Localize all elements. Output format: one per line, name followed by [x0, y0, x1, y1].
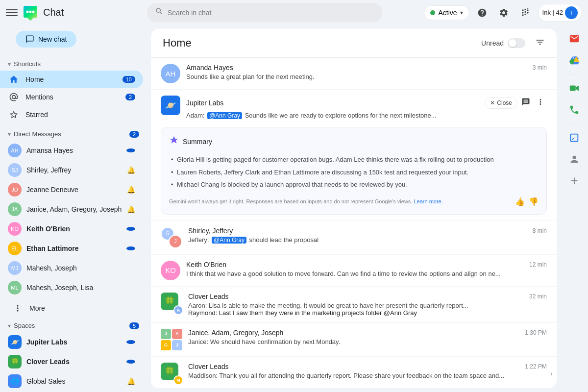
direct-messages-section: ▾ Direct Messages 2 AH Amansa Hayes SJ S…	[0, 125, 147, 299]
summary-bullets: Gloria Hill is getting paged for custome…	[169, 153, 539, 191]
mahesh-lisa-avatar: ML	[8, 281, 22, 294]
apps-button[interactable]	[516, 4, 534, 22]
preview-prefix: Adam:	[186, 112, 206, 119]
sidebar-item-global-sales[interactable]: 🌐 Global Sales 🔔	[0, 371, 143, 391]
summary-footer: Gemini won't always get it right. Respon…	[169, 197, 539, 206]
thumbs-down-button[interactable]: 👎	[529, 197, 539, 206]
message-item-shirley-jeffery[interactable]: S J Shirley, Jeffery 8 min Jeffery: @Ann…	[151, 221, 557, 255]
mention-tag: @Ann Gray	[207, 112, 242, 119]
drive-toolbar-icon[interactable]	[564, 50, 584, 70]
sidebar-item-mentions[interactable]: Mentions 2	[0, 88, 143, 106]
plus-toolbar-icon[interactable]	[564, 171, 584, 191]
shortcuts-header[interactable]: ▾ Shortcuts	[0, 57, 147, 71]
spaces-badge: 5	[129, 322, 139, 329]
keith-msg-avatar: KO	[161, 261, 180, 280]
summary-title: Summary	[183, 138, 212, 146]
more-label: More	[29, 304, 135, 312]
chevron-down-icon: ▾	[460, 9, 463, 16]
sidebar-item-mahesh-joseph[interactable]: MJ Mahesh, Joseph	[0, 258, 143, 278]
message-item-jupiter-labs[interactable]: 🪐 Jupiter Labs ✕ Close	[151, 90, 557, 125]
starred-icon	[8, 109, 20, 121]
phone-toolbar-icon[interactable]	[564, 100, 584, 120]
ethan-avatar: EL	[8, 242, 22, 255]
thumbs-up-button[interactable]: 👍	[515, 197, 525, 206]
mentions-label: Mentions	[25, 93, 125, 101]
direct-messages-header[interactable]: ▾ Direct Messages 2	[0, 127, 147, 141]
message-preview-bold: Raymond: Last I saw them they were in th…	[188, 309, 547, 317]
janice-group-avatar: J A G J	[161, 329, 182, 350]
toggle-knob	[509, 39, 516, 47]
message-sender: Janice, Adam, Gregory, Joseph	[188, 329, 283, 337]
message-item-keith-obrien[interactable]: KO Keith O'Brien 12 min I think that we …	[151, 255, 557, 287]
page-title: Home	[163, 37, 481, 49]
message-time: 1:30 PM	[525, 329, 547, 336]
tasks-toolbar-icon[interactable]	[564, 128, 584, 147]
message-top: Keith O'Brien 12 min	[186, 261, 547, 269]
message-item-clover-leads-1[interactable]: 🍀 A Clover Leads 32 min Aaron: Lisa is a…	[151, 287, 557, 323]
clover-leads-unread	[126, 360, 135, 364]
preview-suffix: Sounds like we are ready to explore opti…	[245, 112, 437, 119]
app-title: Chat	[43, 7, 64, 18]
sidebar-item-home[interactable]: Home 10	[0, 71, 143, 88]
shortcuts-label: Shortcuts	[14, 60, 41, 68]
message-time: 12 min	[529, 261, 547, 268]
amansa-label: Amansa Hayes	[26, 147, 126, 154]
close-icon: ✕	[490, 99, 495, 106]
more-options-button[interactable]	[534, 96, 547, 110]
message-item-clover-leads-2[interactable]: 🍀 M Clover Leads 1:22 PM Maddison: Thank…	[151, 357, 557, 389]
main-header: Home Unread	[151, 29, 557, 58]
clover-leads-msg-avatar: 🍀 A	[161, 293, 182, 314]
search-input[interactable]	[168, 9, 374, 17]
message-sender: Clover Leads	[188, 293, 229, 300]
summary-header: Summary	[169, 135, 539, 147]
new-chat-button[interactable]: New chat	[16, 31, 76, 48]
message-preview: Sounds like a great plan for the next me…	[186, 73, 547, 80]
sidebar-item-clover-leads[interactable]: 🍀 Clover Leads	[0, 352, 143, 371]
message-content: Janice, Adam, Gregory, Joseph 1:30 PM Ja…	[188, 329, 547, 345]
spaces-header[interactable]: ▾ Spaces 5	[0, 319, 147, 332]
message-content: Clover Leads 1:22 PM Maddison: Thank you…	[188, 363, 547, 379]
sidebar-item-jeanne[interactable]: JD Jeanne Deneuve 🔔	[0, 180, 143, 199]
sidebar-item-ethan[interactable]: EL Ethan Lattimore	[0, 239, 143, 258]
message-preview: Maddison: Thank you all for attending th…	[188, 372, 547, 379]
menu-button[interactable]	[6, 7, 18, 19]
home-icon	[8, 74, 20, 85]
sidebar-item-mahesh-joseph-lisa[interactable]: ML Mahesh, Joseph, Lisa	[0, 278, 143, 297]
message-time: 1:22 PM	[525, 363, 547, 370]
sidebar-item-janice-group[interactable]: JA Janice, Adam, Gregory, Joseph 🔔	[0, 199, 143, 219]
svg-point-3	[32, 10, 35, 13]
summary-disclaimer: Gemini won't always get it right. Respon…	[169, 198, 443, 204]
close-button[interactable]: ✕ Close	[485, 97, 517, 109]
shirley-label: Shirley, Jeffrey	[26, 166, 127, 174]
unread-toggle[interactable]	[508, 38, 525, 48]
janice-avatar: JA	[8, 202, 22, 216]
bell-icon: 🔔	[127, 166, 135, 174]
jupiter-labs-icon: 🪐	[8, 335, 22, 349]
settings-button[interactable]	[495, 4, 513, 22]
filter-icon[interactable]	[535, 37, 545, 49]
sidebar-item-jupiter-labs[interactable]: 🪐 Jupiter Labs	[0, 332, 143, 352]
mentions-badge: 2	[125, 94, 135, 100]
message-item-janice-group[interactable]: J A G J Janice, Adam, Gregory, Joseph 1:…	[151, 323, 557, 357]
message-top: Shirley, Jeffery 8 min	[188, 227, 547, 235]
message-preview: Aaron: Lisa is able to make the meeting.…	[188, 302, 547, 309]
bell-icon: 🔔	[127, 377, 135, 385]
chat-icon-button[interactable]	[519, 96, 532, 110]
janice-label: Janice, Adam, Gregory, Joseph	[26, 205, 127, 213]
mahesh-label: Mahesh, Joseph	[26, 264, 135, 272]
svg-point-2	[29, 10, 32, 13]
user-profile-button[interactable]: Ink | 42 I	[538, 4, 582, 22]
learn-more-link[interactable]: Learn more.	[414, 198, 442, 204]
gmail-toolbar-icon[interactable]	[564, 29, 584, 49]
contacts-toolbar-icon[interactable]	[564, 149, 584, 169]
meet-toolbar-icon[interactable]	[564, 78, 584, 98]
sidebar-item-shirley-jeffrey[interactable]: SJ Shirley, Jeffrey 🔔	[0, 160, 143, 180]
message-item-amanda-hayes[interactable]: AH Amanda Hayes 3 min Sounds like a grea…	[151, 58, 557, 90]
sidebar-item-more[interactable]: More	[4, 299, 143, 317]
status-button[interactable]: Active ▾	[424, 5, 469, 20]
message-top: Clover Leads 1:22 PM	[188, 363, 547, 370]
sidebar-item-amansa-hayes[interactable]: AH Amansa Hayes	[0, 141, 143, 160]
help-button[interactable]	[473, 4, 491, 22]
sidebar-item-starred[interactable]: Starred	[0, 106, 143, 123]
sidebar-item-keith[interactable]: KO Keith O'Brien	[0, 219, 143, 239]
